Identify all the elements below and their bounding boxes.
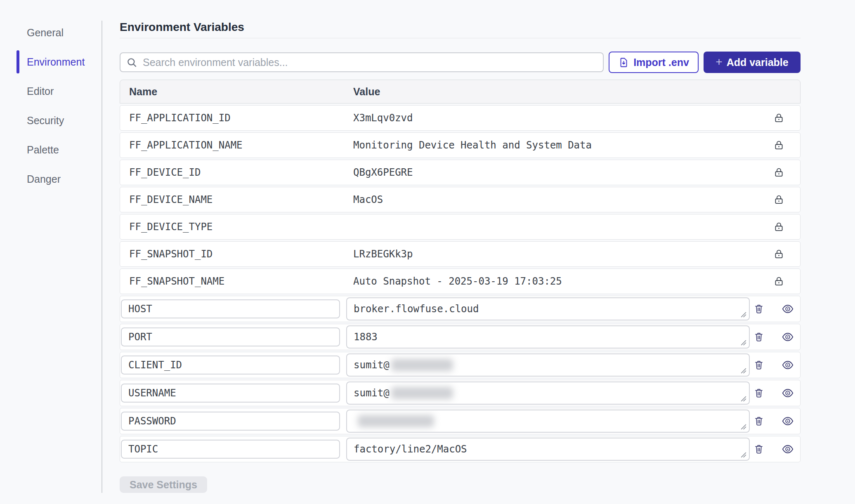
var-value: QBgX6PEGRE	[353, 167, 757, 178]
var-name: FF_APPLICATION_NAME	[120, 139, 353, 151]
eye-icon	[782, 443, 794, 455]
var-value-textarea[interactable]	[346, 410, 750, 433]
table-row-editable: sumit@	[120, 352, 801, 378]
lock-icon	[773, 194, 784, 205]
var-name-input[interactable]	[121, 299, 340, 318]
lock-icon	[773, 249, 784, 260]
var-value-text: factory/line2/MacOS	[354, 443, 467, 455]
add-variable-button[interactable]: + Add variable	[704, 52, 801, 73]
var-value-text: sumit@	[354, 359, 390, 371]
reveal-value-button[interactable]	[779, 328, 797, 346]
resize-handle-icon[interactable]	[740, 423, 747, 430]
var-name-input[interactable]	[121, 327, 340, 346]
delete-variable-button[interactable]	[750, 440, 768, 458]
var-value-textarea[interactable]: factory/line2/MacOS	[346, 438, 750, 461]
sidebar-item-palette[interactable]: Palette	[0, 144, 102, 156]
var-name: FF_DEVICE_NAME	[120, 194, 353, 205]
var-name: FF_SNAPSHOT_NAME	[120, 276, 353, 287]
eye-icon	[782, 359, 794, 371]
table-row-editable: factory/line2/MacOS	[120, 436, 801, 462]
resize-handle-icon[interactable]	[740, 395, 747, 402]
reveal-value-button[interactable]	[779, 384, 797, 402]
search-field-wrap	[120, 52, 604, 72]
delete-variable-button[interactable]	[750, 300, 768, 318]
eye-icon	[782, 415, 794, 427]
add-variable-label: Add variable	[727, 57, 789, 68]
lock-icon	[773, 167, 784, 178]
resize-handle-icon[interactable]	[740, 311, 747, 318]
var-value-textarea[interactable]: 1883	[346, 325, 750, 349]
table-row: FF_APPLICATION_NAME Monitoring Device He…	[120, 132, 801, 158]
eye-icon	[782, 331, 794, 343]
reveal-value-button[interactable]	[779, 300, 797, 318]
sidebar-item-security[interactable]: Security	[0, 114, 102, 127]
table-row: FF_SNAPSHOT_ID LRzBEGKk3p	[120, 241, 801, 267]
trash-icon	[753, 332, 764, 342]
var-value: X3mLqv0zvd	[353, 112, 757, 124]
table-row-editable	[120, 408, 801, 434]
reveal-value-button[interactable]	[779, 412, 797, 430]
var-value: MacOS	[353, 194, 757, 205]
delete-variable-button[interactable]	[750, 412, 768, 430]
environment-settings-panel: Environment Variables Import .env + Add …	[120, 0, 801, 493]
sidebar-item-editor[interactable]: Editor	[0, 85, 102, 97]
var-name: FF_APPLICATION_ID	[120, 112, 353, 124]
var-value-text: sumit@	[354, 387, 390, 399]
var-value: LRzBEGKk3p	[353, 248, 757, 260]
search-input[interactable]	[120, 52, 604, 72]
toolbar: Import .env + Add variable	[120, 52, 801, 73]
table-row: FF_DEVICE_TYPE	[120, 214, 801, 240]
sidebar-item-danger[interactable]: Danger	[0, 173, 102, 185]
search-icon	[126, 57, 137, 68]
var-name: FF_DEVICE_TYPE	[120, 221, 353, 233]
resize-handle-icon[interactable]	[740, 367, 747, 374]
var-value-textarea[interactable]: broker.flowfuse.cloud	[346, 297, 750, 320]
redacted-value-blur	[358, 415, 434, 427]
sidebar-item-environment[interactable]: Environment	[0, 56, 102, 68]
eye-icon	[782, 303, 794, 315]
column-header-name: Name	[120, 86, 353, 98]
eye-icon	[782, 387, 794, 399]
var-name-input[interactable]	[121, 440, 340, 459]
table-row: FF_DEVICE_ID QBgX6PEGRE	[120, 160, 801, 185]
reveal-value-button[interactable]	[779, 356, 797, 374]
var-value-textarea[interactable]: sumit@	[346, 382, 750, 405]
table-row: FF_APPLICATION_ID X3mLqv0zvd	[120, 105, 801, 131]
var-name: FF_DEVICE_ID	[120, 167, 353, 178]
resize-handle-icon[interactable]	[740, 451, 747, 458]
var-name-input[interactable]	[121, 384, 340, 403]
plus-icon: +	[716, 56, 722, 68]
column-header-value: Value	[353, 86, 757, 98]
var-value: Monitoring Device Health and System Data	[353, 139, 757, 151]
reveal-value-button[interactable]	[779, 440, 797, 458]
var-value-text: 1883	[354, 331, 378, 343]
import-env-label: Import .env	[633, 57, 689, 68]
delete-variable-button[interactable]	[750, 356, 768, 374]
import-file-icon	[618, 57, 629, 68]
redacted-value-blur	[391, 359, 453, 371]
delete-variable-button[interactable]	[750, 328, 768, 346]
sidebar-item-general[interactable]: General	[0, 26, 102, 39]
redacted-value-blur	[391, 387, 453, 399]
env-vars-table: Name Value FF_APPLICATION_ID X3mLqv0zvd …	[120, 80, 801, 462]
var-value-textarea[interactable]: sumit@	[346, 353, 750, 377]
lock-icon	[773, 276, 784, 287]
table-row-editable: 1883	[120, 324, 801, 350]
delete-variable-button[interactable]	[750, 384, 768, 402]
trash-icon	[753, 416, 764, 426]
lock-icon	[773, 140, 784, 151]
resize-handle-icon[interactable]	[740, 339, 747, 346]
var-name-input[interactable]	[121, 412, 340, 431]
table-row: FF_SNAPSHOT_NAME Auto Snapshot - 2025-03…	[120, 268, 801, 294]
var-name: FF_SNAPSHOT_ID	[120, 248, 353, 260]
save-settings-button[interactable]: Save Settings	[120, 476, 207, 493]
table-header: Name Value	[120, 80, 801, 104]
trash-icon	[753, 444, 764, 455]
page-title: Environment Variables	[120, 0, 801, 38]
import-env-button[interactable]: Import .env	[609, 52, 699, 73]
table-row-editable: broker.flowfuse.cloud	[120, 296, 801, 322]
settings-sidebar: General Environment Editor Security Pale…	[0, 0, 102, 504]
var-name-input[interactable]	[121, 356, 340, 374]
var-value-text: broker.flowfuse.cloud	[354, 303, 479, 315]
var-value: Auto Snapshot - 2025-03-19 17:03:25	[353, 276, 757, 287]
